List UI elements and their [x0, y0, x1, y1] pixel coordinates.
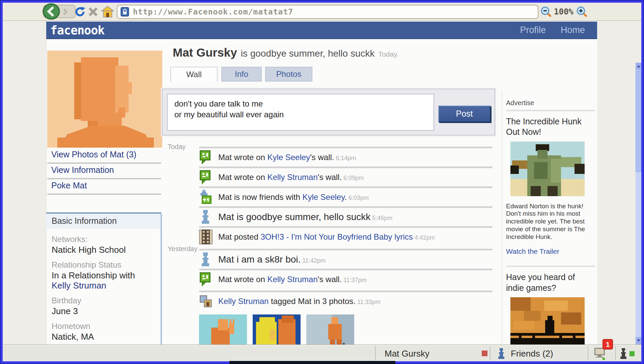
- feed-row: Mat wrote on Kelly Struman's wall.11:37p…: [168, 269, 493, 289]
- feed-link[interactable]: Kelly Struman: [267, 173, 317, 182]
- separator: [199, 249, 493, 250]
- online-status-square: [629, 351, 635, 356]
- profile-status-text: is goodbye summer, hello suckk: [241, 48, 375, 59]
- info-field-value: June 3: [52, 306, 156, 316]
- scrollbar-down-arrow[interactable]: [636, 337, 641, 344]
- back-button[interactable]: [42, 3, 61, 20]
- feed-timestamp: 11:33pm: [357, 299, 381, 305]
- taskbar-divider: [375, 346, 376, 361]
- feed-link[interactable]: Kyle Seeley: [302, 192, 344, 202]
- wall-post-icon: [199, 170, 213, 185]
- feed-text: Mat i am a sk8r boi.11:42pm: [218, 254, 326, 265]
- feed-text-segment: Mat wrote on: [218, 173, 267, 182]
- ad-heading: Have you heard of indie games?: [506, 272, 595, 293]
- nav-profile-link[interactable]: Profile: [520, 25, 546, 35]
- feed-link[interactable]: Kelly Struman: [267, 275, 317, 284]
- user-pawn-icon[interactable]: [618, 347, 629, 360]
- feed-row: Mat is goodbye summer, hello suckk5:46pm: [168, 207, 493, 227]
- url-input[interactable]: [133, 6, 534, 18]
- stop-icon[interactable]: [88, 6, 99, 17]
- separator: [199, 269, 493, 270]
- browser-toolbar: 100%: [3, 3, 641, 21]
- separator: [47, 193, 161, 195]
- wall-post-icon: [199, 272, 213, 287]
- feed-timestamp: 4:42pm: [415, 234, 435, 241]
- info-field-value: In a Relationship with: [52, 271, 156, 281]
- facenook-logo[interactable]: facenook: [50, 24, 105, 37]
- feed-link[interactable]: 3OH!3 - I'm Not Your Boyfriend Baby lyri…: [260, 232, 413, 241]
- separator: [199, 206, 493, 208]
- info-field-value: Natick, MA: [52, 332, 156, 342]
- feed-row: Yesterday Mat i am a sk8r boi.11:42pm: [168, 249, 493, 269]
- tab-info[interactable]: Info: [221, 67, 262, 82]
- feed-text: Mat is goodbye summer, hello suckk5:46pm: [218, 212, 392, 222]
- feed-text: Kelly Struman tagged Mat in 3 photos.11:…: [218, 297, 381, 306]
- watch-trailer-link[interactable]: Watch the Trailer: [506, 247, 595, 255]
- profile-status-heading: Mat Gursky is goodbye summer, hello suck…: [173, 46, 399, 59]
- scrollbar-up-arrow[interactable]: [636, 63, 641, 70]
- post-button[interactable]: Post: [438, 105, 491, 122]
- feed-text: Mat wrote on Kelly Struman's wall.6:09pm: [218, 173, 364, 182]
- feed-timestamp: 11:42pm: [302, 257, 326, 264]
- sidebar-link[interactable]: View Information: [51, 164, 163, 178]
- profile-picture[interactable]: [47, 51, 162, 148]
- status-icon: [199, 209, 213, 225]
- feed-timestamp: 11:37pm: [343, 277, 367, 283]
- taskbar-friends-button[interactable]: Friends (2): [511, 348, 553, 359]
- wall-post-input[interactable]: don't you dare talk to me or my beautifu…: [167, 94, 434, 131]
- ad-heading: The Incredible Hunk Out Now!: [506, 116, 595, 138]
- info-field-value: Natick High School: [52, 245, 156, 255]
- panel-edge-line: [161, 214, 162, 364]
- feed-row: Mat is now friends with Kyle Seeley.6:03…: [168, 187, 493, 207]
- feed-timestamp: 5:46pm: [372, 215, 392, 221]
- feed-link[interactable]: Kelly Struman: [218, 297, 269, 306]
- profile-name: Mat Gursky: [173, 46, 237, 59]
- wall-post-icon: [199, 150, 213, 165]
- zoom-level-label: 100%: [554, 7, 573, 17]
- scrollbar-thumb[interactable]: [636, 71, 641, 172]
- vertical-scrollbar[interactable]: [636, 63, 641, 344]
- refresh-icon[interactable]: [74, 6, 86, 18]
- hunk-movie-ad-image[interactable]: [510, 142, 585, 196]
- tab-photos[interactable]: Photos: [265, 67, 312, 82]
- sidebar-link[interactable]: View Photos of Mat (3): [51, 148, 163, 162]
- home-icon[interactable]: [101, 5, 114, 18]
- rail-separator: [506, 110, 595, 111]
- wall-composer: don't you dare talk to me or my beautifu…: [162, 89, 495, 135]
- notification-badge[interactable]: 1: [603, 339, 613, 350]
- taskbar-divider: [588, 346, 589, 361]
- facenook-header: facenook Profile Home: [46, 22, 597, 39]
- feed-text: Mat posted 3OH!3 - I'm Not Your Boyfrien…: [218, 232, 435, 242]
- basic-information-fields: Networks:Natick High SchoolRelationship …: [46, 229, 161, 342]
- feed-row: Today Mat wrote on Kyle Seeley's wall.6:…: [168, 147, 493, 167]
- feed-text: Mat is now friends with Kyle Seeley.6:03…: [218, 192, 369, 202]
- status-square-red: [482, 351, 487, 356]
- taskbar-divider: [490, 346, 491, 361]
- zoom-in-icon[interactable]: [576, 6, 588, 18]
- nav-home-link[interactable]: Home: [561, 25, 585, 35]
- separator: [199, 226, 493, 228]
- feed-day-label: Yesterday: [168, 245, 197, 253]
- tab-wall[interactable]: Wall: [170, 67, 218, 82]
- indie-games-ad-image[interactable]: [510, 297, 585, 350]
- feed-text-segment: Mat wrote on: [218, 153, 267, 162]
- feed-text-segment: tagged Mat in 3 photos.: [269, 297, 356, 306]
- address-bar: [117, 5, 538, 19]
- photos-icon: [199, 295, 213, 308]
- forward-button[interactable]: [61, 7, 69, 16]
- status-icon: [199, 252, 213, 267]
- zoom-out-icon[interactable]: [540, 6, 552, 18]
- feed-row: Kelly Struman tagged Mat in 3 photos.11:…: [168, 291, 493, 311]
- feed-text: Mat wrote on Kelly Struman's wall.11:37p…: [218, 275, 367, 284]
- rail-separator: [506, 266, 595, 267]
- ad-body-text: Edward Norton is the hunk! Don't miss hi…: [506, 203, 590, 241]
- feed-timestamp: 6:09pm: [343, 175, 364, 181]
- feed-row: Mat wrote on Kelly Struman's wall.6:09pm: [168, 167, 493, 187]
- basic-information-title: Basic Information: [46, 214, 161, 229]
- sidebar-link[interactable]: Poke Mat: [51, 179, 163, 193]
- info-field-label: Relationship Status: [52, 260, 156, 270]
- person-link[interactable]: Kelly Struman: [52, 281, 156, 291]
- separator: [199, 166, 493, 168]
- feed-text-segment: Mat wrote on: [218, 275, 267, 284]
- feed-link[interactable]: Kyle Seeley: [267, 153, 310, 162]
